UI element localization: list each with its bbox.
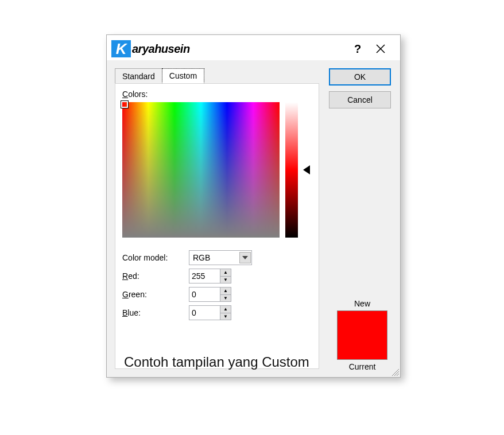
close-button[interactable] (369, 44, 392, 54)
tab-panel-custom: Colors: Color model: RGB (115, 83, 319, 369)
luminance-slider[interactable] (285, 102, 298, 238)
tab-custom[interactable]: Custom (162, 68, 204, 83)
red-input[interactable]: 255 (189, 269, 220, 283)
new-label: New (337, 299, 387, 308)
color-dialog: K aryahusein ? OK Cancel Standard Custom (106, 34, 401, 378)
green-input[interactable]: 0 (189, 287, 220, 302)
swatch-new (338, 311, 387, 335)
green-spin-down[interactable]: ▼ (220, 295, 231, 302)
titlebar: K aryahusein ? (107, 35, 400, 60)
color-model-select[interactable]: RGB (189, 250, 252, 265)
color-model-value: RGB (193, 253, 210, 262)
luminance-slider-thumb[interactable] (303, 165, 310, 174)
svg-line-4 (397, 374, 399, 376)
logo-k-icon: K (111, 40, 131, 57)
color-preview: New (337, 299, 387, 360)
dialog-title-text: aryahusein (132, 42, 190, 56)
red-spin-up[interactable]: ▲ (220, 269, 231, 277)
blue-spin-down[interactable]: ▼ (220, 313, 231, 320)
blue-input[interactable]: 0 (189, 305, 220, 320)
green-spin-up[interactable]: ▲ (220, 288, 231, 295)
tab-standard[interactable]: Standard (115, 68, 162, 83)
svg-line-3 (394, 371, 399, 376)
color-field-cursor[interactable] (121, 101, 128, 108)
blue-label: Blue: (122, 308, 189, 317)
red-label: Red: (122, 271, 189, 281)
red-spin-down[interactable]: ▼ (220, 277, 231, 283)
color-model-label: Color model: (122, 253, 189, 262)
ok-button[interactable]: OK (329, 68, 391, 86)
preview-swatch (337, 310, 387, 360)
cancel-button[interactable]: Cancel (329, 91, 391, 108)
blue-spin-up[interactable]: ▲ (220, 306, 231, 313)
help-button[interactable]: ? (346, 42, 369, 56)
color-saturation-field[interactable] (122, 102, 280, 238)
swatch-current (338, 335, 387, 359)
close-icon (375, 44, 386, 54)
annotation-caption: Contoh tampilan yang Custom (124, 354, 309, 370)
chevron-down-icon (239, 252, 251, 263)
resize-grip-icon[interactable] (390, 367, 399, 376)
current-label: Current (337, 362, 387, 371)
colors-label: Colors: (122, 90, 312, 99)
tabstrip: Standard Custom (115, 68, 204, 83)
dialog-title: K aryahusein (111, 40, 190, 57)
green-label: Green: (122, 290, 189, 299)
